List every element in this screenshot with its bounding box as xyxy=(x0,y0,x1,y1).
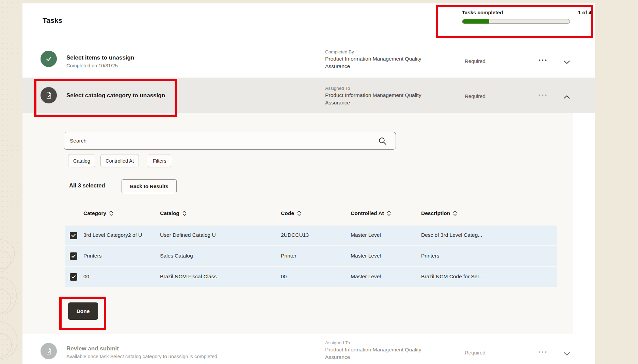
cell-catalog: User Defined Catalog U xyxy=(160,232,216,238)
required-badge: Required xyxy=(465,93,485,99)
chevron-down-icon[interactable] xyxy=(564,351,570,357)
row-menu-ellipsis-icon[interactable]: ••• xyxy=(539,349,548,355)
task-info-label: Assigned To xyxy=(325,340,350,345)
chevron-up-icon[interactable] xyxy=(564,94,570,100)
cell-catalog: Sales Catalog xyxy=(160,253,193,259)
task-status-icon-completed xyxy=(41,51,57,67)
cell-controlled-at: Master Level xyxy=(351,274,381,280)
table-row[interactable]: 00 Brazil NCM Fiscal Class 00 Master Lev… xyxy=(65,267,557,287)
column-header-label: Catalog xyxy=(160,210,179,216)
progress-bar xyxy=(462,19,570,24)
required-badge: Required xyxy=(465,350,485,355)
column-header-catalog[interactable]: Catalog xyxy=(160,210,186,216)
document-edit-icon xyxy=(45,347,53,355)
cell-catalog: Brazil NCM Fiscal Class xyxy=(160,274,217,280)
table-row[interactable]: 3rd Level Category2 of U User Defined Ca… xyxy=(65,226,557,245)
back-to-results-button[interactable]: Back to Results xyxy=(122,179,177,193)
row-menu-ellipsis-icon[interactable]: ••• xyxy=(539,57,548,63)
decorative-left-margin xyxy=(0,0,22,364)
checkbox-checked[interactable] xyxy=(70,273,77,281)
task-title[interactable]: Select items to unassign xyxy=(66,54,134,61)
column-header-code[interactable]: Code xyxy=(281,210,301,216)
cell-description: Desc of 3rd Level Categ... xyxy=(421,232,482,238)
sort-icon[interactable] xyxy=(387,211,391,216)
cell-category: 3rd Level Category2 of U xyxy=(83,232,142,238)
chevron-down-icon[interactable] xyxy=(564,59,570,65)
required-badge: Required xyxy=(465,58,485,64)
filter-chip-controlled-at[interactable]: Controlled At xyxy=(100,154,139,167)
task-status-icon-locked xyxy=(41,343,57,359)
table-row[interactable]: Printers Sales Catalog Printer Master Le… xyxy=(65,246,557,266)
done-button[interactable]: Done xyxy=(68,302,98,320)
task-status-icon-in-progress xyxy=(41,87,57,103)
task-title[interactable]: Select catalog category to unassign xyxy=(66,92,165,99)
checkbox-checked[interactable] xyxy=(70,232,77,239)
sort-icon[interactable] xyxy=(297,211,301,216)
page-title: Tasks xyxy=(43,16,62,24)
sort-icon[interactable] xyxy=(453,211,457,216)
selection-summary: All 3 selected xyxy=(69,182,105,189)
filter-chip-catalog[interactable]: Catalog xyxy=(68,154,95,167)
cell-category: Printers xyxy=(83,253,101,259)
cell-code: Printer xyxy=(281,253,297,259)
task-info-label: Assigned To xyxy=(325,86,350,91)
column-header-description[interactable]: Description xyxy=(421,210,457,216)
cell-code: 00 xyxy=(281,274,287,280)
search-icon[interactable] xyxy=(378,136,387,147)
column-header-label: Code xyxy=(281,210,294,216)
filter-chip-filters[interactable]: Filters xyxy=(148,154,171,167)
task-info-value: Product Information Management Quality A… xyxy=(325,346,422,361)
task-subtitle: Completed on 10/31/25 xyxy=(66,63,118,68)
check-icon xyxy=(45,55,52,63)
column-header-label: Category xyxy=(83,210,106,216)
document-edit-icon xyxy=(45,91,53,99)
cell-code: 2UDCCU13 xyxy=(281,232,309,238)
column-header-category[interactable]: Category xyxy=(83,210,113,216)
sort-icon[interactable] xyxy=(109,211,113,216)
progress-label: Tasks completed xyxy=(462,10,503,15)
page: Tasks Tasks completed 1 of 4 Select item… xyxy=(0,0,638,364)
cell-controlled-at: Master Level xyxy=(351,253,381,259)
task-title: Review and submit xyxy=(66,345,119,352)
column-header-label: Description xyxy=(421,210,450,216)
progress-bar-fill xyxy=(462,19,489,23)
task-info-value: Product Information Management Quality A… xyxy=(325,92,422,106)
row-menu-ellipsis-icon[interactable]: ••• xyxy=(539,92,548,98)
cell-controlled-at: Master Level xyxy=(351,232,381,238)
cell-category: 00 xyxy=(83,274,89,280)
cell-description: Printers xyxy=(421,253,439,259)
task-info-label: Completed By xyxy=(325,49,354,54)
search-input[interactable] xyxy=(64,132,396,150)
column-header-label: Controlled At xyxy=(351,210,384,216)
progress-count: 1 of 4 xyxy=(538,10,591,15)
sort-icon[interactable] xyxy=(182,211,186,216)
task-subtitle: Available once task Select catalog categ… xyxy=(66,354,217,359)
column-header-controlled-at[interactable]: Controlled At xyxy=(351,210,391,216)
topographic-pattern xyxy=(0,221,22,364)
cell-description: Brazil NCM Code for Ser... xyxy=(421,274,483,280)
task-info-value: Product Information Management Quality A… xyxy=(325,55,422,70)
checkbox-checked[interactable] xyxy=(70,252,77,260)
